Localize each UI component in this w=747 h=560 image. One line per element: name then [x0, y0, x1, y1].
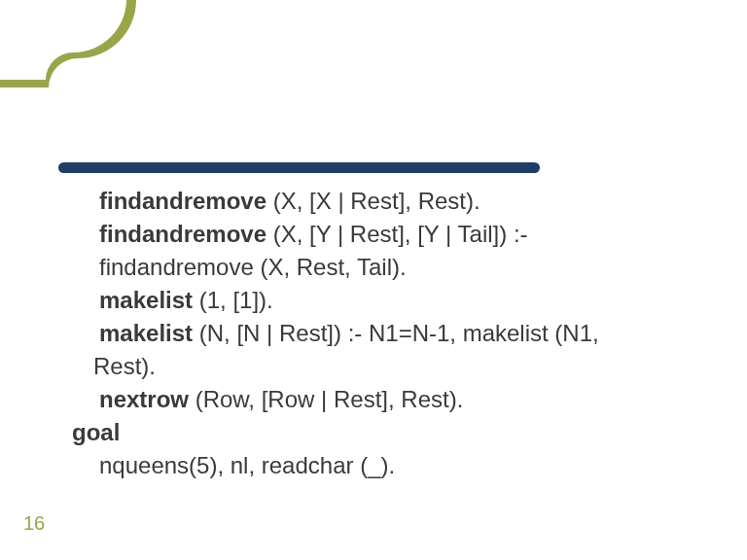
- code-text: (X, [X | Rest], Rest).: [267, 188, 480, 214]
- code-text: nqueens(5), nl, readchar (_).: [99, 452, 395, 478]
- keyword: makelist: [99, 320, 193, 346]
- code-text: (X, [Y | Rest], [Y | Tail]) :-: [267, 221, 528, 247]
- code-text: Rest).: [93, 353, 156, 379]
- code-line: makelist (1, [1]).: [72, 286, 689, 315]
- code-line: nqueens(5), nl, readchar (_).: [72, 451, 689, 480]
- keyword: nextrow: [99, 386, 189, 412]
- code-line: findandremove (X, Rest, Tail).: [72, 253, 689, 282]
- code-line: goal: [72, 418, 689, 447]
- decorative-corner: [0, 0, 146, 88]
- keyword: findandremove: [99, 188, 267, 214]
- code-text: findandremove (X, Rest, Tail).: [99, 254, 407, 280]
- title-divider-bar: [58, 162, 540, 173]
- page-number: 16: [23, 512, 45, 535]
- code-line: makelist (N, [N | Rest]) :- N1=N-1, make…: [72, 319, 689, 348]
- slide: findandremove (X, [X | Rest], Rest). fin…: [0, 0, 747, 560]
- code-text: (Row, [Row | Rest], Rest).: [189, 386, 463, 412]
- code-line: nextrow (Row, [Row | Rest], Rest).: [72, 385, 689, 414]
- keyword: goal: [72, 419, 120, 445]
- keyword: findandremove: [99, 221, 267, 247]
- keyword: makelist: [99, 287, 193, 313]
- code-line: findandremove (X, [Y | Rest], [Y | Tail]…: [72, 220, 689, 249]
- code-text: (1, [1]).: [193, 287, 273, 313]
- code-line: findandremove (X, [X | Rest], Rest).: [72, 187, 689, 216]
- slide-body: findandremove (X, [X | Rest], Rest). fin…: [72, 187, 689, 484]
- code-text: (N, [N | Rest]) :- N1=N-1, makelist (N1,: [193, 320, 599, 346]
- code-line: Rest).: [72, 352, 689, 381]
